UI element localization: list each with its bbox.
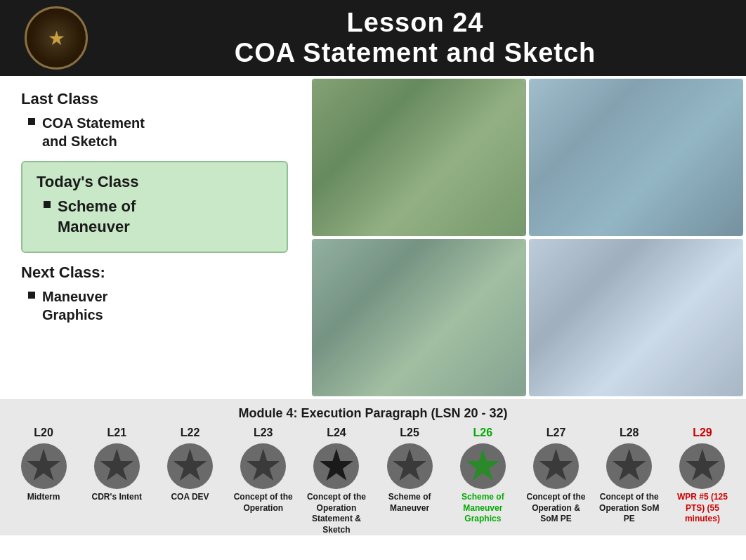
lesson-label-l21: L21: [107, 426, 127, 439]
last-class-title: Last Class: [21, 90, 288, 108]
lesson-text-l23: Concept of the Operation: [230, 492, 297, 520]
lesson-col-l23: L23 Concept of the Operation: [227, 426, 300, 520]
lesson-text-l28: Concept of the Operation SoM PE: [596, 492, 663, 525]
next-class-text-1: ManeuverGraphics: [42, 287, 107, 324]
today-class-title: Today's Class: [37, 173, 273, 191]
lesson-col-l22: L22 COA DEV: [153, 426, 226, 520]
next-bullet-icon: [28, 292, 35, 299]
lesson-text-l27: Concept of the Operation & SoM PE: [522, 492, 589, 525]
today-class-section: Today's Class Scheme ofManeuver: [21, 161, 288, 253]
header: ★ Lesson 24 COA Statement and Sketch: [0, 0, 746, 76]
lesson-text-l21: CDR's Intent: [92, 492, 143, 520]
lesson-icon-l28: [606, 443, 652, 489]
image-top-left: [312, 79, 526, 236]
lesson-text-l20: Midterm: [27, 492, 60, 520]
lesson-label-l28: L28: [620, 426, 639, 439]
lesson-text-l25: Scheme of Maneuver: [376, 492, 443, 520]
lesson-col-l26: L26 Scheme of Maneuver Graphics: [446, 426, 519, 525]
lesson-label-l24: L24: [327, 426, 346, 439]
lesson-icon-l23: [240, 443, 286, 489]
bullet-icon: [28, 118, 35, 125]
image-bottom-right: [529, 239, 743, 396]
lesson-label-l29: L29: [693, 426, 712, 439]
lesson-label-l25: L25: [400, 426, 419, 439]
last-class-item-1: COA Statementand Sketch: [28, 114, 288, 150]
lesson-text-l29: WPR #5 (125 PTS) (55 minutes): [669, 492, 736, 525]
lesson-text-l22: COA DEV: [171, 492, 209, 520]
header-title-line2: COA Statement and Sketch: [98, 38, 732, 68]
lesson-label-l26: L26: [473, 426, 493, 439]
today-class-item-1: Scheme ofManeuver: [44, 197, 273, 237]
lesson-col-l20: L20 Midterm: [7, 426, 80, 520]
lesson-col-l28: L28 Concept of the Operation SoM PE: [593, 426, 666, 525]
module-title: Module 4: Execution Paragraph (LSN 20 - …: [0, 406, 746, 426]
module-bar: Module 4: Execution Paragraph (LSN 20 - …: [0, 399, 746, 535]
header-title-line1: Lesson 24: [98, 8, 732, 38]
lesson-label-l23: L23: [254, 426, 273, 439]
left-panel: Last Class COA Statementand Sketch Today…: [0, 76, 309, 399]
lesson-text-l24: Concept of the Operation Statement & Ske…: [303, 492, 370, 535]
lessons-row: L20 Midterm L21 CDR's Intent L22 COA DEV…: [0, 426, 746, 535]
next-class-section: Next Class: ManeuverGraphics: [21, 263, 288, 324]
lesson-label-l22: L22: [181, 426, 200, 439]
lesson-icon-l21: [94, 443, 140, 489]
lesson-text-l26: Scheme of Maneuver Graphics: [449, 492, 516, 525]
today-class-text-1: Scheme ofManeuver: [58, 197, 136, 237]
header-title-block: Lesson 24 COA Statement and Sketch: [98, 8, 732, 68]
last-class-text-1: COA Statementand Sketch: [42, 114, 145, 150]
lesson-col-l24: L24 Concept of the Operation Statement &…: [300, 426, 373, 535]
logo-icon: ★: [48, 27, 65, 50]
today-bullet-icon: [44, 201, 51, 208]
lesson-col-l25: L25 Scheme of Maneuver: [373, 426, 446, 520]
lesson-icon-l26: [460, 443, 506, 489]
next-class-title: Next Class:: [21, 263, 288, 282]
lesson-col-l29: L29 WPR #5 (125 PTS) (55 minutes): [666, 426, 739, 525]
lesson-icon-l29: [679, 443, 725, 489]
lesson-icon-l20: [21, 443, 67, 489]
last-class-section: Last Class COA Statementand Sketch: [21, 90, 288, 150]
lesson-icon-l27: [533, 443, 579, 489]
lesson-icon-l22: [167, 443, 213, 489]
next-class-item-1: ManeuverGraphics: [28, 287, 288, 324]
logo-circle: ★: [25, 6, 88, 70]
lesson-label-l27: L27: [547, 426, 566, 439]
lesson-icon-l24: [313, 443, 359, 489]
lesson-label-l20: L20: [34, 426, 53, 439]
image-bottom-left: [312, 239, 526, 396]
lesson-col-l27: L27 Concept of the Operation & SoM PE: [519, 426, 592, 525]
image-top-right: [529, 79, 743, 236]
right-panel: [309, 76, 746, 399]
lesson-col-l21: L21 CDR's Intent: [80, 426, 153, 520]
lesson-icon-l25: [387, 443, 433, 489]
header-logo: ★: [14, 0, 98, 76]
main-content: Last Class COA Statementand Sketch Today…: [0, 76, 746, 399]
